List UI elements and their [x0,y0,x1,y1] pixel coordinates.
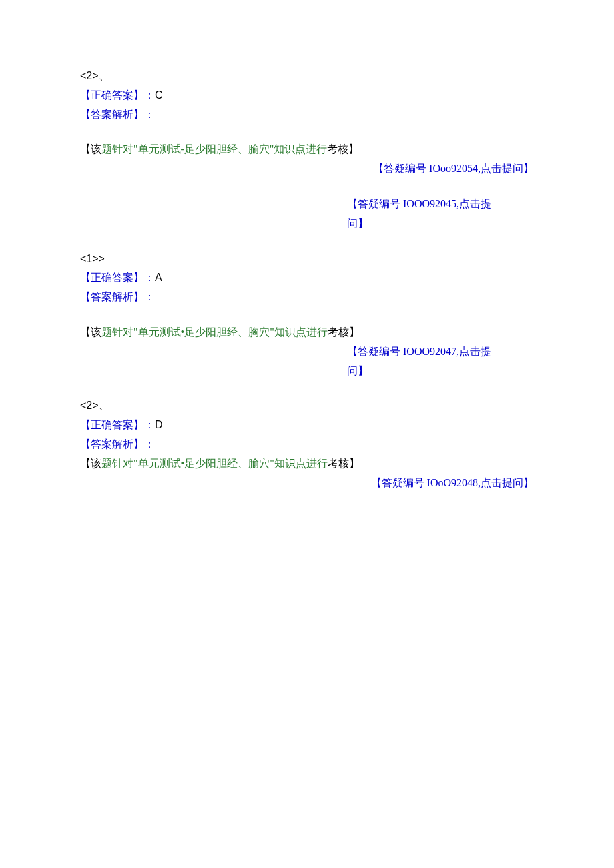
question-id-link-cont[interactable]: 问】 [347,214,534,234]
correct-answer-value: C [155,89,163,101]
note-green-text: 题针对"单元测试•足少阳胆经、腧穴"知识点进行 [101,458,328,469]
note-green-text: 题针对"单元测试•足少阳胆经、胸穴"知识点进行 [101,326,328,338]
question-id-link[interactable]: 【答疑编号 IOOO92047,点击提 [347,342,534,362]
note-bracket-open: 【该 [80,458,101,469]
note-bracket-close: 考核】 [328,326,360,338]
note-green-text: 题针对"单元测试-足少阳胆经、腧穴"知识点进行 [101,143,327,155]
note-bracket-open: 【该 [80,326,101,338]
answer-analysis-label: 【答案解析】： [80,288,534,307]
correct-answer-label: 【正确答案】： [80,272,155,283]
correct-answer-value: A [155,272,162,283]
question-number: <2>、 [80,67,534,86]
answer-analysis-label: 【答案解析】： [80,105,534,125]
question-number: <2>、 [80,396,534,416]
question-id-link-cont[interactable]: 问】 [347,362,534,381]
knowledge-note: 【该题针对"单元测试•足少阳胆经、腧穴"知识点进行考核】 [80,454,534,474]
knowledge-note: 【该题针对"单元测试•足少阳胆经、胸穴"知识点进行考核】 [80,323,534,342]
question-id-link[interactable]: 【答疑编号 IOoo92054,点击提问】 [80,159,534,179]
question-number: <1>> [80,250,534,269]
correct-answer-line: 【正确答案】：D [80,416,534,435]
note-bracket-close: 考核】 [327,143,359,155]
note-bracket-close: 考核】 [328,458,360,469]
question-id-link[interactable]: 【答疑编号 IOoO92048,点击提问】 [80,474,534,493]
document-page: <2>、 【正确答案】：C 【答案解析】： 【该题针对"单元测试-足少阳胆经、腧… [0,0,614,868]
correct-answer-line: 【正确答案】：A [80,268,534,288]
answer-analysis-label: 【答案解析】： [80,435,534,454]
correct-answer-label: 【正确答案】： [80,89,155,101]
note-bracket-open: 【该 [80,143,101,155]
correct-answer-label: 【正确答案】： [80,419,155,430]
correct-answer-value: D [155,419,163,430]
question-id-link[interactable]: 【答疑编号 IOOO92045,点击提 [347,195,534,214]
correct-answer-line: 【正确答案】：C [80,86,534,105]
knowledge-note: 【该题针对"单元测试-足少阳胆经、腧穴"知识点进行考核】 [80,140,534,159]
